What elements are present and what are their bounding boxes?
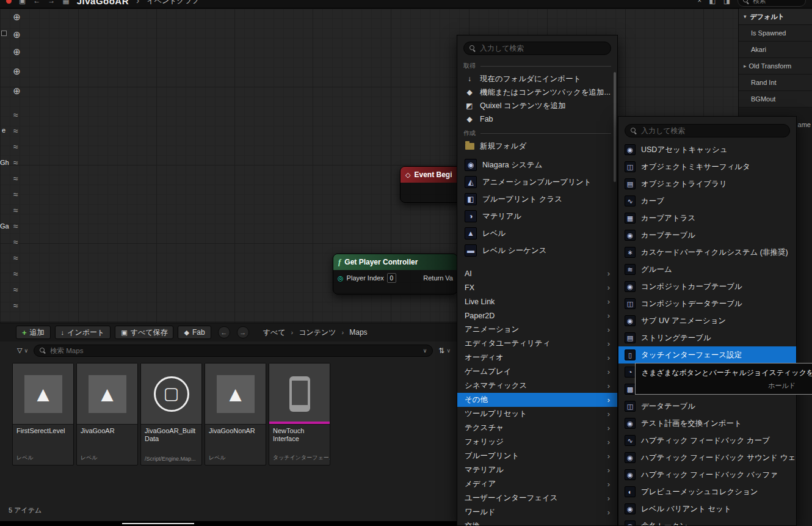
breadcrumb-folder[interactable]: Maps [349, 328, 367, 337]
submenu-item[interactable]: ◐ プレビューメッシュコレクション [618, 483, 796, 500]
menu-category[interactable]: AI [457, 266, 617, 280]
details-property-row[interactable]: Rand Int [739, 75, 812, 91]
menu-category[interactable]: オーディオ [457, 351, 617, 365]
submenu-item[interactable]: ◉ USDアセットキャッシュ [618, 141, 796, 158]
wire-icon[interactable]: ≈ [13, 268, 18, 280]
menu-item-create-asset[interactable]: ◧ ブループリント クラス [457, 191, 617, 208]
menu-category[interactable]: テクスチャ [457, 421, 617, 435]
menu-category[interactable]: ユーザーインターフェイス [457, 491, 617, 505]
wire-icon[interactable]: ≈ [13, 172, 18, 185]
details-property-row[interactable]: BGMout [739, 91, 812, 108]
caret-down-icon[interactable]: ∨ [423, 348, 427, 354]
menu-category[interactable]: アニメーション [457, 323, 617, 337]
menu-category[interactable]: Live Link [457, 294, 617, 309]
submenu-item[interactable]: ▤ オブジェクトライブラリ [618, 175, 796, 192]
submenu-item[interactable]: ≋ グルーム [618, 261, 796, 278]
submenu-item[interactable]: ◫ データテーブル [618, 398, 796, 415]
details-property-row[interactable]: Is Spawned [739, 25, 812, 42]
menu-item-create-asset[interactable]: ▲ レベル [457, 225, 617, 242]
graph-breadcrumb[interactable]: イベントグラフ [147, 0, 199, 6]
submenu-item[interactable]: ◉ 命名トークン [618, 517, 796, 526]
submenu-item[interactable]: ◉ ハプティック フィードバック バッファ [618, 466, 796, 483]
bookmark-icon[interactable]: ▣ [19, 0, 26, 5]
menu-category[interactable]: マテリアル [457, 463, 617, 477]
wire-icon[interactable]: ≈ [13, 283, 18, 296]
menu-category[interactable]: メディア [457, 477, 617, 491]
menu-item[interactable]: ◆ 機能またはコンテンツパックを追加... [457, 86, 617, 99]
submenu-item[interactable]: ∿ カーブ [618, 192, 796, 210]
submenu-item[interactable]: ◉ テスト計画を交換インポート [618, 415, 796, 432]
wire-icon[interactable]: ≈ [13, 188, 18, 201]
submenu-item[interactable]: ∗ カスケードパーティクルシステム (非推奨) [618, 244, 796, 261]
wire-icon[interactable]: ≈ [13, 220, 18, 233]
toolbar-search-input[interactable] [753, 0, 800, 4]
history-forward-button[interactable]: → [237, 326, 249, 338]
submenu-item[interactable]: ▯ タッチインターフェース設定 [618, 346, 796, 363]
add-pin-button[interactable]: ⊕ [12, 66, 22, 76]
breadcrumb-content[interactable]: コンテンツ [299, 327, 336, 338]
menu-category[interactable]: ブループリント [457, 449, 617, 463]
wire-icon[interactable]: ≈ [13, 204, 18, 217]
details-property-row[interactable]: Akari [739, 42, 812, 58]
node-get-player-controller[interactable]: f Get Player Controller ◎ Player Index 0… [333, 254, 458, 294]
menu-search[interactable] [463, 42, 611, 55]
menu-category[interactable]: Paper2D [457, 309, 617, 323]
history-back-button[interactable]: ← [218, 326, 230, 338]
fab-button[interactable]: ◆ Fab [178, 326, 211, 339]
apps-icon[interactable]: ▦ [62, 0, 69, 5]
submenu-search[interactable] [625, 124, 790, 137]
asset-search-input[interactable] [50, 347, 419, 354]
menu-category[interactable]: シネマティックス [457, 379, 617, 393]
filter-button[interactable]: ▽ ∨ [17, 346, 28, 354]
player-index-input[interactable]: 0 [387, 273, 396, 283]
wire-icon[interactable]: ≈ [13, 252, 18, 265]
menu-category[interactable]: ゲームプレイ [457, 365, 617, 379]
menu-category[interactable]: 交換 [457, 519, 617, 526]
menu-search-input[interactable] [480, 44, 605, 53]
toolbar-search[interactable] [738, 0, 806, 7]
submenu-item[interactable]: ◉ ハプティック フィードバック サウンド ウェーブ [618, 449, 796, 466]
menu-item-create-asset[interactable]: ◑ マテリアル [457, 208, 617, 225]
menu-category[interactable]: フォリッジ [457, 435, 617, 449]
submenu-search-input[interactable] [641, 126, 784, 135]
submenu-item[interactable]: ▤ ストリングテーブル [618, 329, 796, 346]
asset-search[interactable]: ∨ [34, 345, 433, 357]
asset-tile[interactable]: JivaGooNonAR レベル [205, 363, 266, 466]
scrollbar[interactable] [614, 72, 616, 182]
input-pin-icon[interactable]: ◎ [338, 274, 344, 282]
save-all-button[interactable]: ▣ すべて保存 [115, 326, 173, 339]
submenu-item[interactable]: ◉ カーブテーブル [618, 227, 796, 244]
menu-item[interactable]: ↓ 現在のフォルダにインポート [457, 72, 617, 86]
asset-tile[interactable]: JivaGooAR_BuiltData /Script/Engine.Map..… [140, 363, 202, 466]
submenu-item[interactable]: ◫ オブジェクトミキサーフィルタ [618, 158, 796, 175]
menu-item-create-asset[interactable]: ▬ レベル シーケンス [457, 242, 617, 259]
menu-category[interactable]: エディタユーティリティ [457, 337, 617, 351]
add-pin-button[interactable]: ⊕ [12, 46, 22, 57]
menu-item-new-folder[interactable]: 新規フォルダ [457, 139, 617, 153]
add-button[interactable]: + 追加 [16, 326, 51, 339]
wire-icon[interactable]: ≈ [13, 125, 18, 137]
add-pin-button[interactable]: ⊕ [12, 12, 22, 22]
wire-icon[interactable]: ≈ [13, 156, 18, 169]
asset-tile[interactable]: NewTouch Interface タッチインターフェー... [269, 363, 330, 466]
breadcrumb-all[interactable]: すべて [263, 327, 286, 338]
sort-button[interactable]: ⇅ ∨ [438, 346, 451, 355]
collapsed-node-icon[interactable] [1, 31, 7, 36]
menu-category[interactable]: ワールド [457, 505, 617, 519]
menu-item-create-asset[interactable]: ◭ アニメーションブループリント [457, 174, 617, 191]
details-section-default[interactable]: ▾ デフォルト [739, 9, 812, 25]
asset-tile[interactable]: JivaGooAR レベル [76, 363, 138, 466]
wire-icon[interactable]: ≈ [13, 109, 18, 122]
import-button[interactable]: ↓ インポート [55, 326, 111, 339]
add-pin-button[interactable]: ⊕ [12, 29, 22, 40]
wire-icon[interactable]: ≈ [13, 299, 18, 312]
add-pin-button[interactable]: ⊕ [12, 86, 22, 96]
back-icon[interactable]: ← [33, 0, 40, 5]
menu-category[interactable]: その他 [457, 393, 617, 407]
details-property-row[interactable]: Old Transform [739, 58, 812, 75]
submenu-item[interactable]: ▦ カーブアトラス [618, 210, 796, 227]
submenu-item[interactable]: ◉ レベル バリアント セット [618, 500, 796, 517]
submenu-item[interactable]: ∿ ハプティック フィードバック カーブ [618, 432, 796, 449]
wire-icon[interactable]: ≈ [13, 236, 18, 249]
submenu-item[interactable]: ◉ コンポジットカーブテーブル [618, 278, 796, 295]
